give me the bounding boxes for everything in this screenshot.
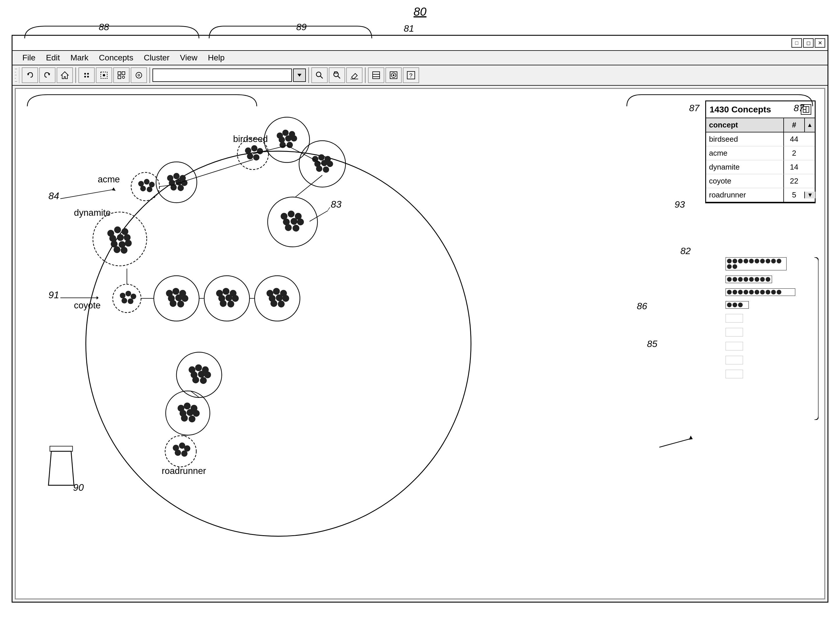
main-cluster-circle bbox=[86, 151, 471, 536]
minimize-button[interactable]: □ bbox=[792, 38, 802, 48]
panel-list-button[interactable] bbox=[368, 68, 384, 83]
menu-view[interactable]: View bbox=[175, 51, 203, 64]
svg-point-118 bbox=[227, 301, 234, 307]
app-window: □ ◻ ✕ File Edit Mark Concepts Cluster Vi… bbox=[12, 35, 828, 603]
select-button[interactable] bbox=[96, 68, 112, 83]
concept-num-roadrunner: 5 bbox=[784, 188, 804, 202]
svg-line-19 bbox=[338, 76, 340, 78]
hist-row-2 bbox=[726, 275, 807, 283]
svg-point-88 bbox=[288, 211, 295, 217]
svg-point-62 bbox=[147, 187, 152, 192]
undo-button[interactable] bbox=[22, 68, 38, 83]
title-bar-buttons: □ ◻ ✕ bbox=[792, 38, 825, 48]
svg-line-156 bbox=[182, 435, 188, 436]
svg-point-79 bbox=[117, 234, 124, 241]
concept-name-roadrunner: roadrunner bbox=[706, 188, 784, 202]
zoom-search-button[interactable] bbox=[329, 68, 345, 83]
svg-point-51 bbox=[321, 160, 327, 166]
svg-point-115 bbox=[226, 295, 232, 301]
hist-row-3 bbox=[726, 288, 807, 296]
toolbar-separator-2 bbox=[149, 68, 150, 83]
concept-row-birdseed[interactable]: birdseed 44 bbox=[706, 132, 815, 146]
menu-file[interactable]: File bbox=[17, 51, 41, 64]
svg-point-127 bbox=[278, 301, 285, 307]
ref-90-label: 90 bbox=[73, 482, 84, 493]
concept-row-roadrunner[interactable]: roadrunner 5 ▼ bbox=[706, 188, 815, 202]
svg-line-161 bbox=[60, 189, 114, 199]
birdseed-label: birdseed bbox=[233, 134, 268, 144]
help-button[interactable]: ? bbox=[403, 68, 419, 83]
svg-point-42 bbox=[285, 135, 291, 141]
ref-86-content: 86 bbox=[637, 301, 647, 312]
concept-name-dynamite: dynamite bbox=[706, 160, 784, 174]
circle-button[interactable] bbox=[131, 68, 147, 83]
svg-point-65 bbox=[173, 173, 179, 179]
home-button[interactable] bbox=[57, 68, 73, 83]
svg-point-52 bbox=[327, 161, 333, 167]
svg-point-124 bbox=[276, 295, 283, 301]
menu-help[interactable]: Help bbox=[203, 51, 230, 64]
dots-button[interactable] bbox=[78, 68, 95, 83]
scroll-up-button[interactable]: ▲ bbox=[804, 118, 815, 132]
close-button[interactable]: ✕ bbox=[815, 38, 825, 48]
search-dropdown-button[interactable] bbox=[293, 69, 306, 82]
menu-mark[interactable]: Mark bbox=[65, 51, 93, 64]
cluster-canvas: birdseed acme dynamite coyote roadrunner… bbox=[16, 89, 824, 599]
svg-point-61 bbox=[140, 185, 146, 191]
search-button[interactable] bbox=[312, 68, 328, 83]
concept-name-acme: acme bbox=[706, 146, 784, 160]
svg-point-126 bbox=[270, 300, 277, 307]
brace-87-left bbox=[19, 92, 280, 109]
svg-point-8 bbox=[103, 74, 105, 77]
svg-marker-164 bbox=[97, 296, 99, 300]
menu-concepts[interactable]: Concepts bbox=[94, 51, 138, 64]
maximize-button[interactable]: ◻ bbox=[803, 38, 814, 48]
svg-rect-23 bbox=[373, 72, 379, 79]
main-content: birdseed acme dynamite coyote roadrunner… bbox=[15, 88, 825, 599]
svg-marker-162 bbox=[112, 187, 116, 191]
svg-point-57 bbox=[131, 173, 160, 201]
concept-num-birdseed: 44 bbox=[784, 132, 804, 146]
svg-point-146 bbox=[193, 410, 200, 417]
concept-panel: 1430 Concepts concept # ▲ birdseed 44 bbox=[705, 101, 816, 203]
svg-line-160 bbox=[328, 207, 330, 210]
svg-point-148 bbox=[188, 415, 195, 422]
eraser-button[interactable] bbox=[346, 68, 363, 83]
svg-point-103 bbox=[173, 288, 179, 295]
menu-cluster[interactable]: Cluster bbox=[138, 51, 175, 64]
svg-point-97 bbox=[125, 291, 131, 296]
figure-label: 80 bbox=[414, 5, 427, 18]
svg-point-153 bbox=[175, 450, 181, 456]
svg-point-106 bbox=[175, 295, 182, 301]
svg-point-76 bbox=[114, 227, 121, 233]
svg-point-109 bbox=[177, 301, 184, 307]
svg-point-34 bbox=[257, 148, 263, 154]
concept-row-acme[interactable]: acme 2 bbox=[706, 146, 815, 160]
toolbar-separator-3 bbox=[308, 68, 309, 83]
hist-row-empty-2 bbox=[726, 328, 743, 337]
grid-button[interactable] bbox=[113, 68, 129, 83]
svg-point-3 bbox=[84, 73, 86, 75]
ref-81: 81 bbox=[404, 23, 414, 34]
concept-row-coyote[interactable]: coyote 22 bbox=[706, 174, 815, 188]
search-input[interactable] bbox=[152, 69, 292, 82]
concept-row-dynamite[interactable]: dynamite 14 bbox=[706, 160, 815, 174]
svg-line-158 bbox=[295, 175, 322, 197]
scroll-down-button[interactable]: ▼ bbox=[805, 192, 815, 198]
svg-point-116 bbox=[232, 295, 239, 302]
svg-marker-165 bbox=[48, 451, 74, 485]
concept-col-name-header[interactable]: concept bbox=[706, 118, 784, 132]
hist-row-empty-1 bbox=[726, 314, 743, 323]
svg-point-149 bbox=[165, 436, 196, 467]
hist-row-empty-3 bbox=[726, 342, 743, 351]
ref-85-content: 85 bbox=[647, 339, 657, 349]
toolbar-separator-1 bbox=[75, 68, 76, 83]
menu-edit[interactable]: Edit bbox=[41, 51, 65, 64]
redo-button[interactable] bbox=[39, 68, 56, 83]
panel-circle-button[interactable] bbox=[385, 68, 402, 83]
hist-row-empty-4 bbox=[726, 356, 743, 364]
concept-col-num-header[interactable]: # bbox=[784, 118, 804, 132]
svg-point-80 bbox=[124, 234, 130, 241]
svg-point-98 bbox=[131, 293, 137, 299]
svg-point-77 bbox=[121, 228, 128, 235]
